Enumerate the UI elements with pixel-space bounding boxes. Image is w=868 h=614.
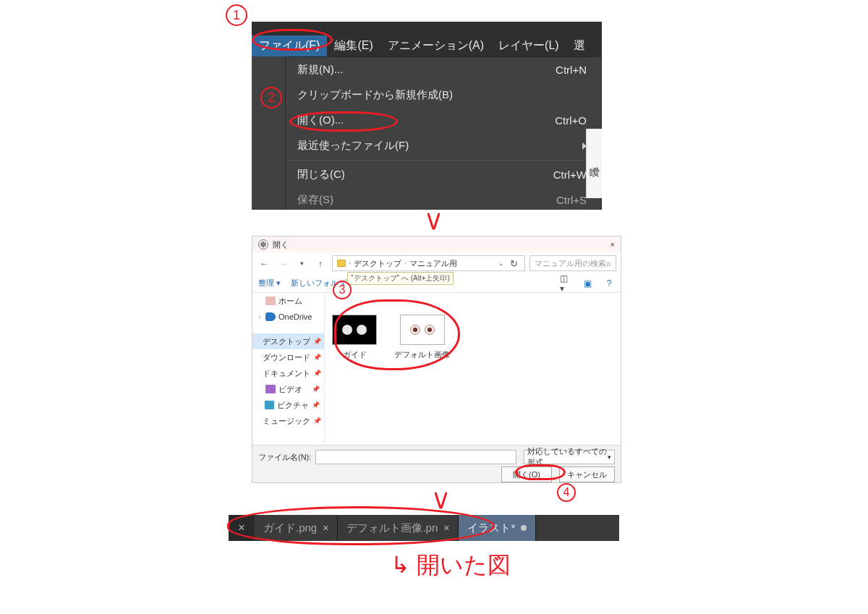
annotation-step-4: 4 xyxy=(557,483,576,502)
breadcrumb-part[interactable]: マニュアル用 xyxy=(409,258,457,269)
thumb-eye-icon xyxy=(410,325,420,335)
tabstrip-spacer xyxy=(536,515,619,541)
search-icon: ⌕ xyxy=(606,259,611,268)
menu-item-open[interactable]: 開く(O)... Ctrl+O xyxy=(286,108,601,133)
menu-item-new[interactable]: 新規(N)... Ctrl+N xyxy=(286,57,601,82)
tree-caret-icon: › xyxy=(257,313,263,320)
thumbnail xyxy=(332,315,377,345)
nav-label: ミュージック xyxy=(263,416,310,427)
tab-label: デフォルト画像.pn xyxy=(346,521,438,535)
app-icon xyxy=(258,239,268,250)
tab-close-current-icon[interactable]: × xyxy=(229,515,255,541)
nav-recent-dropdown[interactable]: ▾ xyxy=(294,256,309,270)
annotation-caption: ↳ 開いた図 xyxy=(391,550,511,581)
annotation-arrow-1 xyxy=(425,213,443,233)
menu-item-shortcut: Ctrl+N xyxy=(556,64,587,76)
close-icon[interactable]: × xyxy=(610,240,615,249)
menu-item-shortcut: Ctrl+O xyxy=(555,114,587,127)
nav-label: ビデオ xyxy=(278,384,302,395)
pin-icon: 📌 xyxy=(313,338,321,345)
nav-forward-button[interactable]: → xyxy=(276,256,290,270)
thumb-dot-icon xyxy=(342,325,352,335)
chevron-down-icon: ▾ xyxy=(608,453,611,461)
nav-label: OneDrive xyxy=(278,312,312,321)
dialog-footer: ファイル名(N): 対応しているすべての形式 ▾ 開く(O) キャンセル xyxy=(252,445,621,482)
help-icon[interactable]: ? xyxy=(603,278,615,289)
menu-item-label: クリップボードから新規作成(B) xyxy=(297,88,453,102)
annotation-step-1: 1 xyxy=(226,4,247,26)
menubar-item-anim[interactable]: アニメーション(A) xyxy=(380,35,491,56)
tab-guide[interactable]: ガイド.png × xyxy=(255,515,338,541)
pin-icon: 📌 xyxy=(313,417,321,425)
menu-item-new-from-clipboard[interactable]: クリップボードから新規作成(B) xyxy=(286,82,601,108)
file-label: ガイド xyxy=(343,349,367,360)
tab-label: ガイド.png xyxy=(263,521,317,535)
document-tabstrip: × ガイド.png × デフォルト画像.pn × イラスト* xyxy=(229,515,619,541)
tab-illustration[interactable]: イラスト* xyxy=(459,515,536,541)
organize-button[interactable]: 整理 ▾ xyxy=(258,278,281,289)
video-icon xyxy=(265,385,276,393)
up-tooltip: "デスクトップ" へ (Alt+上矢印) xyxy=(347,272,454,285)
menubar-item-file[interactable]: ファイル(F) xyxy=(252,35,327,56)
nav-label: ダウンロード xyxy=(263,352,310,363)
nav-item-downloads[interactable]: ダウンロード 📌 xyxy=(252,349,324,365)
breadcrumb-sep-icon: › xyxy=(404,260,407,267)
open-button[interactable]: 開く(O) xyxy=(501,466,552,482)
nav-item-desktop[interactable]: デスクトップ 📌 xyxy=(252,333,324,349)
right-panel-char: 瞹 xyxy=(590,166,600,179)
file-item-default-image[interactable]: デフォルト画像 xyxy=(394,315,450,360)
nav-back-button[interactable]: ← xyxy=(257,256,271,270)
annotation-arrow-2 xyxy=(433,492,450,512)
dialog-titlebar: 開く × xyxy=(252,236,621,252)
tab-default-image[interactable]: デフォルト画像.pn × xyxy=(338,515,459,541)
nav-up-button[interactable]: ↑ xyxy=(313,256,328,270)
close-icon[interactable]: × xyxy=(443,522,449,534)
nav-item-home[interactable]: ホーム xyxy=(252,293,324,309)
close-icon[interactable]: × xyxy=(323,522,328,534)
filetype-label: 対応しているすべての形式 xyxy=(527,446,608,468)
filename-input[interactable] xyxy=(315,450,516,464)
nav-item-pictures[interactable]: ピクチャ 📌 xyxy=(252,397,324,413)
breadcrumb-part[interactable]: デスクトップ xyxy=(354,258,401,269)
menu-item-shortcut: Ctrl+S xyxy=(556,194,587,206)
menu-item-label: 開く(O)... xyxy=(297,114,344,127)
picture-icon xyxy=(265,401,274,409)
filetype-combo[interactable]: 対応しているすべての形式 ▾ xyxy=(524,450,615,464)
address-bar[interactable]: › デスクトップ › マニュアル用 ⌄ ↻ "デスクトップ" へ (Alt+上矢… xyxy=(332,255,525,271)
file-item-guide[interactable]: ガイド xyxy=(332,315,377,360)
cancel-button[interactable]: キャンセル xyxy=(559,466,615,482)
titlebar-strip xyxy=(252,22,602,35)
menubar-item-edit[interactable]: 編集(E) xyxy=(327,35,380,56)
file-list[interactable]: ガイド デフォルト画像 xyxy=(325,293,621,445)
nav-item-music[interactable]: ミュージック 📌 xyxy=(252,413,324,429)
nav-label: ドキュメント xyxy=(263,368,310,379)
nav-label: ホーム xyxy=(278,296,302,307)
menubar: ファイル(F) 編集(E) アニメーション(A) レイヤー(L) 選 xyxy=(252,35,602,56)
menu-item-label: 新規(N)... xyxy=(297,63,343,77)
menubar-item-more[interactable]: 選 xyxy=(566,35,592,56)
app-menubar-section: ファイル(F) 編集(E) アニメーション(A) レイヤー(L) 選 新規(N)… xyxy=(252,22,602,210)
menu-item-label: 最近使ったファイル(F) xyxy=(297,139,409,153)
file-dropdown: 新規(N)... Ctrl+N クリップボードから新規作成(B) 開く(O)..… xyxy=(285,56,602,210)
menu-item-save[interactable]: 保存(S) Ctrl+S xyxy=(286,187,601,210)
file-open-dialog: 開く × ← → ▾ ↑ › デスクトップ › マニュアル用 ⌄ ↻ "デスクト… xyxy=(252,236,621,483)
menu-item-label: 閉じる(C) xyxy=(297,168,345,182)
menubar-item-layer[interactable]: レイヤー(L) xyxy=(491,35,566,56)
view-mode-icon[interactable]: ◫ ▾ xyxy=(560,278,571,289)
refresh-icon[interactable]: ↻ xyxy=(507,256,520,270)
preview-pane-icon[interactable]: ▣ xyxy=(582,278,593,289)
search-box[interactable]: マニュアル用の検索 ⌕ xyxy=(529,255,616,271)
menu-item-shortcut: Ctrl+W xyxy=(553,169,587,181)
nav-item-onedrive[interactable]: › OneDrive xyxy=(252,309,324,325)
nav-item-videos[interactable]: ビデオ 📌 xyxy=(252,381,324,397)
search-placeholder: マニュアル用の検索 xyxy=(535,258,606,269)
menu-item-recent-files[interactable]: 最近使ったファイル(F) xyxy=(286,133,601,158)
new-folder-button[interactable]: 新しいフォルダー xyxy=(291,278,354,289)
menu-separator xyxy=(286,160,601,161)
nav-label: デスクトップ xyxy=(263,336,310,347)
chevron-down-icon[interactable]: ⌄ xyxy=(498,260,504,267)
nav-item-documents[interactable]: ドキュメント 📌 xyxy=(252,365,324,381)
file-label: デフォルト画像 xyxy=(394,349,450,360)
tab-label: イラスト* xyxy=(467,521,515,535)
menu-item-close[interactable]: 閉じる(C) Ctrl+W xyxy=(286,162,601,187)
